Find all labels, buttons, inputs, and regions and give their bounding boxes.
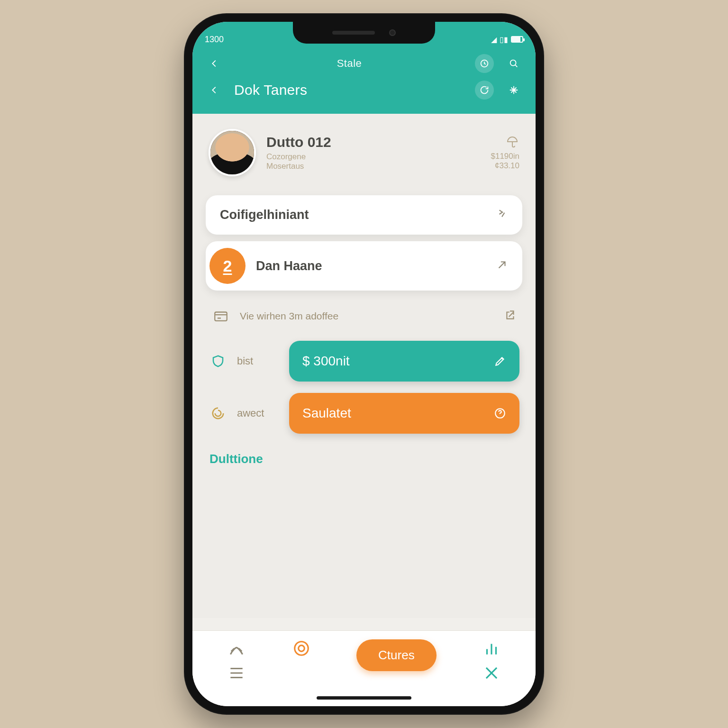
profile-sub2: Mosertaus — [266, 162, 480, 171]
umbrella-icon — [505, 135, 519, 149]
action-row-awect: awect Saulatet — [192, 387, 536, 439]
avatar — [209, 129, 256, 176]
nav-target-icon[interactable] — [292, 639, 310, 657]
svg-point-4 — [295, 642, 309, 655]
profile-sub1: Cozorgene — [266, 152, 480, 162]
nav-ctures-button[interactable]: Ctures — [356, 639, 437, 671]
phone-frame: 1300 ◢▯▮ Stale — [184, 13, 544, 715]
card-dan[interactable]: 2 Dan Haane — [206, 241, 522, 291]
action-row-bist: bist $ 300nit — [192, 335, 536, 387]
arrow-icon — [496, 259, 508, 273]
badge-count: 2 — [209, 248, 246, 284]
svg-point-5 — [299, 646, 305, 652]
header-action-icon[interactable] — [475, 54, 494, 73]
shield-icon — [209, 352, 228, 371]
card-config[interactable]: Coifigelhiniant — [206, 195, 522, 235]
nav-stats-icon[interactable] — [482, 639, 500, 657]
bottom-nav: Ctures — [192, 630, 536, 706]
chevron-icon — [496, 208, 508, 222]
header-title: Dok Taners — [234, 82, 464, 98]
status-time: 1300 — [205, 35, 224, 45]
profile-name: Dutto 012 — [266, 134, 480, 150]
back-secondary-icon[interactable] — [205, 81, 224, 100]
card-label: Dan Haane — [256, 259, 485, 273]
notch — [293, 22, 435, 44]
profile-amount2: ¢33.10 — [491, 161, 519, 171]
nav-list-icon[interactable] — [228, 664, 246, 682]
content-area: Dutto 012 Cozorgene Mosertaus $1190in ¢3… — [192, 114, 536, 618]
help-icon — [494, 407, 506, 419]
info-row[interactable]: Vie wirhen 3m adoffee — [192, 297, 536, 335]
back-icon[interactable] — [205, 54, 224, 73]
profile-amount1: $1190in — [491, 152, 519, 161]
svg-point-1 — [510, 60, 516, 66]
profile-row[interactable]: Dutto 012 Cozorgene Mosertaus $1190in ¢3… — [192, 114, 536, 189]
status-indicators: ◢▯▮ — [491, 35, 523, 44]
button-text: Saulatet — [302, 406, 351, 421]
sparkle-icon[interactable] — [504, 81, 523, 100]
home-indicator[interactable] — [317, 696, 411, 700]
external-icon — [504, 309, 517, 323]
info-text: Vie wirhen 3m adoffee — [240, 310, 495, 322]
nav-home-icon[interactable] — [228, 639, 246, 657]
card-label: Coifigelhiniant — [220, 208, 485, 222]
action-label: bist — [237, 355, 280, 367]
amount-button[interactable]: $ 300nit — [289, 341, 519, 382]
search-icon[interactable] — [504, 54, 523, 73]
screen: 1300 ◢▯▮ Stale — [192, 22, 536, 706]
section-title: Dulttione — [192, 439, 536, 466]
edit-icon — [494, 355, 506, 367]
action-label: awect — [237, 407, 280, 419]
header-subtitle: Stale — [234, 57, 464, 70]
amount-text: $ 300nit — [302, 354, 350, 369]
swirl-icon — [209, 404, 228, 423]
saulatet-button[interactable]: Saulatet — [289, 393, 519, 434]
card-icon — [211, 307, 230, 326]
refresh-icon[interactable] — [475, 81, 494, 100]
svg-rect-2 — [215, 312, 227, 321]
nav-close-icon[interactable] — [482, 664, 500, 682]
